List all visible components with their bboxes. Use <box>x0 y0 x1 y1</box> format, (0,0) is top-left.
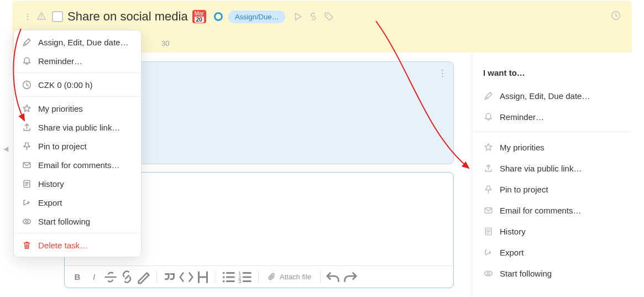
collapse-left-icon[interactable]: ◀ <box>3 145 8 153</box>
menu-item-label: Reminder… <box>38 56 82 66</box>
clock-icon <box>22 80 32 90</box>
italic-button[interactable]: I <box>86 269 102 285</box>
menu-item-star[interactable]: My priorities <box>14 99 141 118</box>
sidebar-item-label: Start following <box>500 269 552 278</box>
play-icon[interactable] <box>293 12 303 22</box>
mail-icon <box>483 205 493 215</box>
menu-item-label: History <box>38 179 64 189</box>
eye-icon <box>22 216 32 226</box>
sidebar-item-bell[interactable]: Reminder… <box>472 106 632 127</box>
sidebar-item-label: Pin to project <box>500 185 548 194</box>
menu-item-label: Email for comments… <box>38 160 120 170</box>
pencil-icon <box>483 91 493 101</box>
tag-icon[interactable] <box>324 12 334 22</box>
delete-label: Delete task… <box>38 241 88 250</box>
history-doc-icon <box>483 226 493 236</box>
sidebar-item-export-arrow[interactable]: Export <box>472 242 632 263</box>
cost-label: CZK 0 (0:00 h) <box>38 80 92 90</box>
menu-item-pin[interactable]: Pin to project <box>14 137 141 155</box>
header-clock-icon[interactable] <box>611 11 621 22</box>
assign-due-pill[interactable]: Assign/Due… <box>228 11 285 23</box>
export-arrow-icon <box>483 247 493 257</box>
due-month: Mar <box>195 11 204 17</box>
menu-item-share[interactable]: Share via public link… <box>14 118 141 137</box>
highlight-button[interactable] <box>135 269 152 285</box>
bell-icon <box>483 112 493 122</box>
sidebar-item-label: Email for comments… <box>500 206 582 215</box>
mail-icon <box>22 160 32 170</box>
menu-item-delete[interactable]: Delete task… <box>14 236 141 254</box>
menu-item-mail[interactable]: Email for comments… <box>14 155 141 174</box>
sidebar-item-pin[interactable]: Pin to project <box>472 179 632 200</box>
share-icon <box>22 122 32 132</box>
header-sub-text: 30 <box>161 39 169 48</box>
link-icon[interactable] <box>308 12 318 22</box>
sidebar-item-star[interactable]: My priorities <box>472 137 632 158</box>
menu-item-pencil[interactable]: Assign, Edit, Due date… <box>14 33 141 51</box>
ordered-list-button[interactable] <box>237 269 254 285</box>
due-date-badge[interactable]: Mar 20 <box>192 10 206 23</box>
sidebar-item-pencil[interactable]: Assign, Edit, Due date… <box>472 85 632 106</box>
due-day: 20 <box>195 17 204 23</box>
attach-file-button[interactable]: Attach file <box>263 273 316 282</box>
attach-file-label: Attach file <box>280 273 311 281</box>
unordered-list-button[interactable] <box>221 269 237 285</box>
redo-button[interactable] <box>342 269 358 285</box>
pin-icon <box>22 141 32 151</box>
sidebar-item-label: Assign, Edit, Due date… <box>500 91 590 101</box>
code-button[interactable] <box>178 269 195 285</box>
eye-icon <box>483 268 493 278</box>
menu-item-label: Assign, Edit, Due date… <box>38 38 128 47</box>
sidebar-item-share[interactable]: Share via public link… <box>472 158 632 179</box>
menu-item-eye[interactable]: Start following <box>14 212 141 231</box>
menu-item-history-doc[interactable]: History <box>14 174 141 193</box>
pencil-icon <box>22 37 32 47</box>
menu-item-label: Export <box>38 198 62 207</box>
task-checkbox[interactable] <box>52 11 63 22</box>
sidebar-item-label: Export <box>500 248 523 257</box>
menu-item-label: My priorities <box>38 104 83 113</box>
star-icon <box>22 103 32 113</box>
warning-icon <box>36 11 46 23</box>
quote-button[interactable] <box>161 269 178 285</box>
trash-icon <box>22 240 32 250</box>
sidebar-item-mail[interactable]: Email for comments… <box>472 200 632 221</box>
sidebar-item-eye[interactable]: Start following <box>472 263 632 284</box>
sidebar-item-label: Reminder… <box>500 112 544 122</box>
menu-item-bell[interactable]: Reminder… <box>14 51 141 70</box>
pin-icon <box>483 184 493 194</box>
export-arrow-icon <box>22 197 32 207</box>
menu-item-label: Share via public link… <box>38 123 120 132</box>
sidebar-item-label: History <box>500 227 526 236</box>
header-kebab-button[interactable]: ⋮ <box>22 9 33 24</box>
bold-button[interactable]: B <box>69 269 86 285</box>
menu-item-cost[interactable]: CZK 0 (0:00 h) <box>14 75 141 94</box>
editor-toolbar: B I <box>65 265 453 288</box>
panel-kebab-button[interactable]: ⋮ <box>437 66 448 80</box>
editor-link-button[interactable] <box>119 269 135 285</box>
undo-button[interactable] <box>325 269 342 285</box>
bell-icon <box>22 56 32 66</box>
sidebar-item-label: Share via public link… <box>500 164 582 173</box>
sidebar-panel: I want to… Assign, Edit, Due date…Remind… <box>472 53 632 297</box>
sidebar-title: I want to… <box>472 53 632 85</box>
menu-item-export-arrow[interactable]: Export <box>14 193 141 212</box>
strike-button[interactable] <box>102 269 119 285</box>
heading-button[interactable] <box>195 269 211 285</box>
sidebar-item-label: My priorities <box>500 143 544 152</box>
sidebar-item-history-doc[interactable]: History <box>472 221 632 242</box>
menu-item-label: Pin to project <box>38 142 87 151</box>
star-icon <box>483 142 493 152</box>
context-menu: Assign, Edit, Due date…Reminder… CZK 0 (… <box>13 30 142 257</box>
history-doc-icon <box>22 179 32 189</box>
share-icon <box>483 163 493 173</box>
menu-item-label: Start following <box>38 217 90 226</box>
status-circle-icon[interactable] <box>214 12 223 21</box>
task-title[interactable]: Share on social media <box>67 9 188 24</box>
